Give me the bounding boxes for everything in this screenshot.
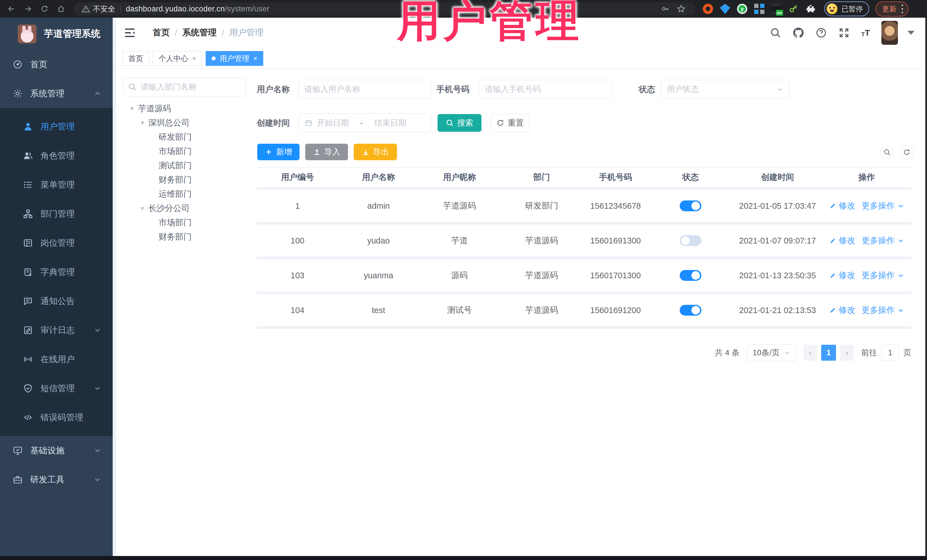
github-icon[interactable] bbox=[793, 27, 804, 38]
search-icon[interactable] bbox=[770, 27, 781, 38]
browser-reload-button[interactable] bbox=[38, 3, 51, 15]
tree-node-label: 运维部门 bbox=[159, 188, 191, 200]
tab-close-icon[interactable]: × bbox=[253, 55, 257, 62]
goto-page-input[interactable] bbox=[881, 345, 899, 361]
sidebar-item-dev-tools[interactable]: 研发工具 bbox=[0, 465, 112, 494]
status-toggle[interactable] bbox=[680, 200, 701, 211]
sidebar-item-error-code[interactable]: 错误码管理 bbox=[0, 403, 112, 432]
status-select[interactable]: 用户状态 bbox=[661, 80, 789, 99]
mobile-input[interactable] bbox=[485, 85, 606, 94]
more-actions-link[interactable]: 更多操作 bbox=[862, 235, 904, 246]
browser-forward-button[interactable] bbox=[22, 3, 34, 15]
search-button[interactable]: 搜索 bbox=[438, 114, 482, 132]
edit-link[interactable]: 修改 bbox=[829, 235, 856, 246]
date-range-picker[interactable]: 开始日期 - 结束日期 bbox=[298, 114, 431, 132]
next-page-button[interactable]: › bbox=[840, 345, 854, 361]
start-date-placeholder[interactable]: 开始日期 bbox=[317, 117, 349, 128]
breadcrumb-item[interactable]: 系统管理 bbox=[182, 27, 216, 38]
sidebar-item-sms-shield[interactable]: 短信管理 bbox=[0, 374, 112, 403]
chevron-down-icon bbox=[93, 446, 102, 455]
sidebar-item-org-chart[interactable]: 部门管理 bbox=[0, 199, 112, 228]
edit-link[interactable]: 修改 bbox=[829, 200, 856, 212]
extension-gem-icon[interactable] bbox=[720, 4, 730, 14]
menu-fold-button[interactable] bbox=[123, 27, 136, 39]
sidebar-item-announcement[interactable]: 通知公告 bbox=[0, 287, 112, 316]
browser-menu-kebab-icon[interactable] bbox=[902, 5, 903, 13]
dept-search-input[interactable] bbox=[141, 82, 241, 91]
status-toggle[interactable] bbox=[680, 270, 701, 281]
table-search-toggle-button[interactable] bbox=[880, 146, 894, 159]
extension-green-circle-icon[interactable]: y bbox=[737, 4, 747, 14]
import-button[interactable]: 导入 bbox=[305, 144, 348, 160]
user-avatar[interactable] bbox=[881, 21, 898, 45]
more-actions-link[interactable]: 更多操作 bbox=[862, 270, 904, 281]
tree-caret-icon[interactable]: ▾ bbox=[138, 119, 146, 127]
tree-caret-icon[interactable]: ▾ bbox=[128, 105, 136, 112]
mobile-field[interactable] bbox=[479, 80, 612, 99]
prev-page-button[interactable]: ‹ bbox=[804, 345, 817, 361]
tree-node[interactable]: 财务部门 bbox=[123, 230, 249, 244]
fullscreen-icon[interactable] bbox=[838, 27, 850, 38]
logo-row[interactable]: 芋道管理系统 bbox=[0, 18, 112, 50]
sidebar-item-id-card[interactable]: 岗位管理 bbox=[0, 228, 112, 258]
add-button[interactable]: 新增 bbox=[257, 144, 299, 160]
tree-node[interactable]: ▾长沙分公司 bbox=[123, 201, 249, 216]
page-number-current[interactable]: 1 bbox=[821, 345, 836, 361]
page-size-select[interactable]: 10条/页 bbox=[747, 344, 796, 361]
tree-node[interactable]: ▾深圳总公司 bbox=[123, 116, 249, 130]
address-bar[interactable]: 不安全 dashboard.yudao.iocoder.cn/system/us… bbox=[74, 2, 695, 15]
password-key-icon[interactable] bbox=[661, 4, 670, 14]
tab-1[interactable]: 个人中心× bbox=[153, 51, 202, 66]
username-field[interactable] bbox=[298, 80, 431, 99]
sidebar-item-users[interactable]: 角色管理 bbox=[0, 141, 112, 170]
sidebar-item-online-user[interactable]: 在线用户 bbox=[0, 345, 112, 374]
reset-button[interactable]: 重置 bbox=[491, 114, 529, 132]
tree-node[interactable]: ▾芋道源码 bbox=[123, 102, 249, 116]
extension-ubuntu-icon[interactable] bbox=[703, 4, 713, 14]
tab-2[interactable]: 用户管理× bbox=[206, 51, 263, 66]
browser-update-button[interactable]: 更新 bbox=[875, 2, 909, 17]
browser-home-button[interactable] bbox=[55, 3, 67, 15]
tree-caret-icon[interactable]: ▾ bbox=[138, 205, 146, 212]
dept-search-box[interactable] bbox=[123, 77, 246, 96]
more-actions-link[interactable]: 更多操作 bbox=[862, 200, 904, 212]
sidebar-item-infrastructure[interactable]: 基础设施 bbox=[0, 436, 112, 465]
tree-node[interactable]: 运维部门 bbox=[123, 187, 249, 201]
help-icon[interactable] bbox=[816, 27, 827, 38]
tree-node[interactable]: 市场部门 bbox=[123, 144, 249, 159]
sidebar-item-menu-list[interactable]: 菜单管理 bbox=[0, 170, 112, 199]
tab-0[interactable]: 首页 bbox=[122, 51, 149, 66]
tree-node[interactable]: 研发部门 bbox=[123, 130, 249, 144]
font-size-icon[interactable]: TT bbox=[861, 28, 870, 38]
breadcrumb-item[interactable]: 首页 bbox=[153, 27, 170, 38]
avatar-caret-down-icon[interactable] bbox=[907, 31, 915, 35]
sidebar-item-dictionary[interactable]: 字典管理 bbox=[0, 258, 112, 287]
sidebar-item-gear[interactable]: 系统管理 bbox=[0, 79, 112, 108]
browser-profile-chip[interactable]: 已暂停 bbox=[824, 2, 869, 16]
edit-link[interactable]: 修改 bbox=[829, 305, 856, 316]
extension-grid-icon[interactable] bbox=[754, 4, 764, 14]
more-actions-link[interactable]: 更多操作 bbox=[862, 305, 904, 316]
status-toggle[interactable] bbox=[680, 305, 701, 316]
browser-back-button[interactable] bbox=[5, 3, 18, 15]
tab-close-icon[interactable]: × bbox=[192, 55, 196, 62]
extension-switch-icon[interactable]: on bbox=[771, 4, 781, 14]
extension-key-icon[interactable] bbox=[789, 4, 799, 14]
tree-node[interactable]: 财务部门 bbox=[123, 173, 249, 187]
tree-node[interactable]: 市场部门 bbox=[123, 216, 249, 230]
sidebar-item-user[interactable]: 用户管理 bbox=[0, 112, 112, 141]
sidebar-scrollbar[interactable] bbox=[112, 18, 116, 555]
extensions-puzzle-icon[interactable] bbox=[805, 4, 816, 14]
tree-node[interactable]: 测试部门 bbox=[123, 159, 249, 173]
bookmark-star-icon[interactable] bbox=[676, 4, 686, 14]
edit-link[interactable]: 修改 bbox=[829, 270, 856, 281]
security-warning-icon[interactable] bbox=[82, 5, 90, 13]
username-input[interactable] bbox=[304, 85, 425, 94]
tree-node-label: 长沙分公司 bbox=[148, 203, 190, 214]
status-toggle[interactable] bbox=[680, 235, 701, 246]
sidebar-item-home[interactable]: 首页 bbox=[0, 50, 112, 79]
export-button[interactable]: 导出 bbox=[354, 144, 397, 160]
table-refresh-button[interactable] bbox=[900, 146, 913, 159]
end-date-placeholder[interactable]: 结束日期 bbox=[374, 117, 406, 128]
sidebar-item-audit-log[interactable]: 审计日志 bbox=[0, 316, 112, 345]
